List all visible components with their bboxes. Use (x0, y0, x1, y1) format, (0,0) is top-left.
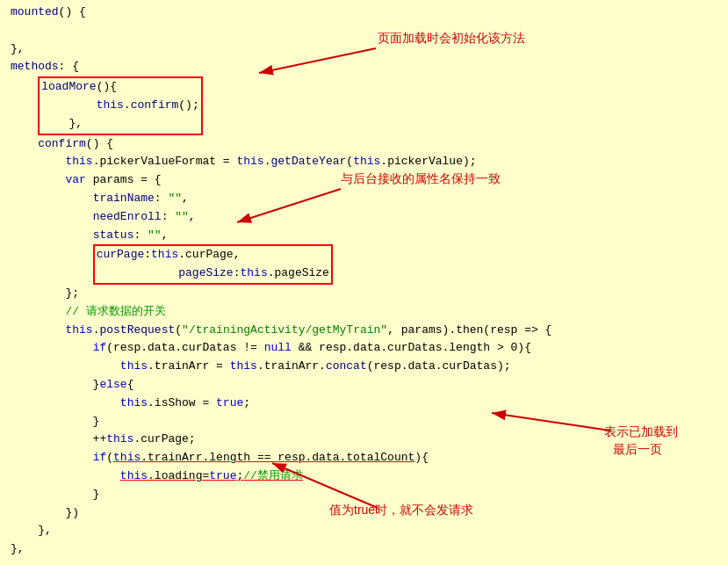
code-line-14: // 请求数据的开关 (11, 303, 717, 322)
code-line-7: this.pickerValueFormat = this.getDateYea… (11, 153, 717, 171)
code-line-12: curPage:this.curPage, pageSize:this.page… (11, 244, 717, 285)
code-line-4: methods: { (11, 58, 717, 76)
code-line-9: trainName: "", (11, 190, 717, 208)
code-line-5: loadMore(){ this.confirm(); }, (11, 76, 717, 134)
code-line-22: if(this.trainArr.length == resp.data.tot… (11, 449, 717, 467)
code-line-26: }, (11, 522, 717, 540)
code-line-24: } (11, 486, 717, 504)
code-line-10: needEnroll: "", (11, 208, 717, 227)
code-line-3: }, (11, 40, 717, 59)
code-line-6: confirm() { (11, 135, 717, 154)
annotation-4: 最后一页 (613, 442, 662, 458)
code-line-19: this.isShow = true; (11, 395, 717, 413)
code-line-18: }else{ (11, 376, 717, 395)
code-editor: mounted() { }, methods: { loadMore(){ th… (0, 0, 728, 562)
code-line-13: }; (11, 285, 717, 303)
code-line-27: }, (11, 540, 717, 559)
annotation-5: 值为true时，就不会发请求 (329, 503, 473, 518)
code-line-17: this.trainArr = this.trainArr.concat(res… (11, 358, 717, 376)
code-line-2 (11, 22, 717, 40)
code-line-1: mounted() { (11, 4, 717, 22)
code-line-15: this.postRequest("/trainingActivity/getM… (11, 322, 717, 340)
annotation-1: 页面加载时会初始化该方法 (378, 31, 525, 47)
annotation-2: 与后台接收的属性名保持一致 (341, 171, 501, 187)
code-line-16: if(resp.data.curDatas != null && resp.da… (11, 339, 717, 358)
code-line-11: status: "", (11, 227, 717, 245)
code-line-23: this.loading=true;//禁用请求 (11, 467, 717, 486)
annotation-3: 表示已加载到 (604, 424, 678, 440)
